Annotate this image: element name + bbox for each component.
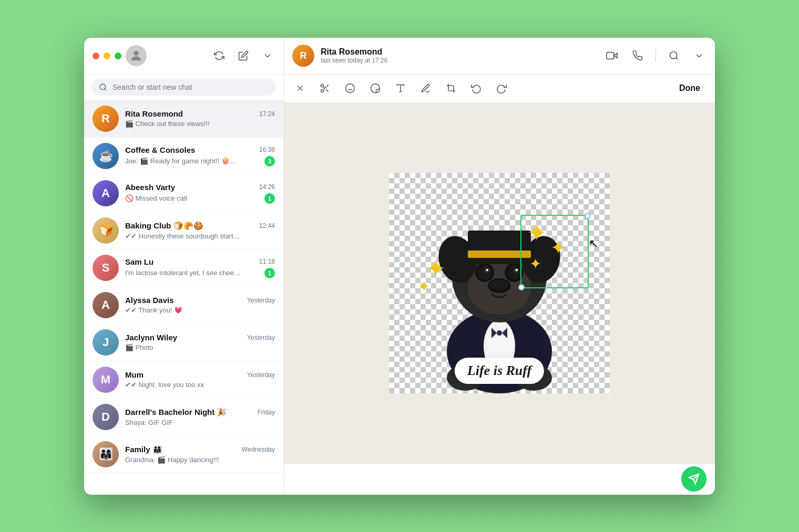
chat-item[interactable]: A Abeesh Varty 14:26 🚫 Missed voice call… xyxy=(84,175,283,212)
draw-tool-button[interactable] xyxy=(417,80,434,97)
close-traffic-light[interactable] xyxy=(93,53,99,59)
chat-name: Mum xyxy=(125,370,144,379)
done-button[interactable]: Done xyxy=(673,80,706,96)
chat-top: Mum Yesterday xyxy=(125,370,275,379)
chat-name: Baking Club 🍞🥐🍪 xyxy=(125,221,203,231)
chat-preview-text: ✔✔ Thank you! 💗 xyxy=(125,306,182,314)
chat-preview-text: ✔✔ Honestly these sourdough starters are… xyxy=(125,232,241,240)
svg-line-12 xyxy=(326,89,329,92)
chat-header-info: Rita Rosemond last seen today at 17:26 xyxy=(321,47,598,64)
chat-input-area xyxy=(284,463,715,495)
unread-badge: 1 xyxy=(264,193,275,204)
chat-time: Yesterday xyxy=(247,334,275,341)
cursor: ↖ xyxy=(589,237,598,251)
send-button[interactable] xyxy=(681,466,706,492)
emoji-tool-button[interactable] xyxy=(342,80,358,97)
sticker-text-banner: Life is Ruff xyxy=(455,358,544,384)
search-input[interactable] xyxy=(112,83,269,91)
refresh-icon xyxy=(214,50,224,61)
new-chat-button[interactable] xyxy=(236,48,251,63)
avatar: 👨‍👩‍👧 xyxy=(93,441,119,467)
svg-point-32 xyxy=(486,269,488,271)
maximize-traffic-light[interactable] xyxy=(115,53,121,59)
chat-item[interactable]: R Rita Rosemond 17:24 🎬 Check out these … xyxy=(84,100,283,138)
more-options-button[interactable] xyxy=(692,48,706,63)
text-tool-button[interactable] xyxy=(392,80,409,97)
sidebar-header-icons xyxy=(212,48,275,63)
minimize-traffic-light[interactable] xyxy=(104,53,110,59)
chat-name: Jaclynn Wiley xyxy=(125,333,177,342)
phone-icon xyxy=(632,50,643,61)
sparkle-right-1: ✦ xyxy=(527,218,547,247)
chat-top: Rita Rosemond 17:24 xyxy=(125,109,275,118)
editor-canvas-area: ✦ ✦ ✦ ✦ ✦ ↖ Life is Ruff xyxy=(284,103,715,463)
svg-marker-3 xyxy=(614,53,617,58)
svg-line-2 xyxy=(105,89,106,90)
chat-item[interactable]: 👨‍👩‍👧 Family 👨‍👩‍👧 Wednesday Grandma: 🎬 … xyxy=(84,436,283,473)
chat-time: Yesterday xyxy=(247,371,275,379)
svg-point-33 xyxy=(516,269,518,271)
chat-header: R Rita Rosemond last seen today at 17:26 xyxy=(284,38,715,75)
chat-preview: 🎬 Photo xyxy=(125,343,275,351)
selection-handle-bottom[interactable] xyxy=(518,284,525,290)
chat-item[interactable]: 🍞 Baking Club 🍞🥐🍪 12:44 ✔✔ Honestly thes… xyxy=(84,212,283,249)
chat-item[interactable]: J Jaclynn Wiley Yesterday 🎬 Photo xyxy=(84,324,283,361)
close-editor-button[interactable] xyxy=(292,80,308,96)
editor-toolbar-right: Done xyxy=(673,80,706,96)
chat-item[interactable]: A Alyssa Davis Yesterday ✔✔ Thank you! 💗 xyxy=(84,287,283,324)
redo-button[interactable] xyxy=(493,80,510,97)
undo-icon xyxy=(471,83,482,93)
chat-name: Alyssa Davis xyxy=(125,296,174,305)
chat-time: 16:38 xyxy=(259,146,275,153)
avatar: R xyxy=(93,106,119,132)
chat-top: Jaclynn Wiley Yesterday xyxy=(125,333,275,342)
sidebar-header-left xyxy=(93,45,147,66)
main-chat: R Rita Rosemond last seen today at 17:26 xyxy=(284,38,715,495)
chat-name: Coffee & Consoles xyxy=(125,145,195,154)
crop-tool-button[interactable] xyxy=(316,80,333,97)
chat-name: Family 👨‍👩‍👧 xyxy=(125,445,162,454)
sticker-icon xyxy=(370,83,381,93)
pen-icon xyxy=(421,83,431,93)
svg-point-28 xyxy=(477,265,492,280)
chat-info: Rita Rosemond 17:24 🎬 Check out these vi… xyxy=(125,109,275,128)
chat-header-name: Rita Rosemond xyxy=(321,47,598,57)
svg-point-5 xyxy=(670,52,677,59)
svg-point-29 xyxy=(507,265,521,280)
editor-toolbar: Done xyxy=(284,75,715,103)
chat-preview-text: Shaya: GIF GIF xyxy=(125,419,173,426)
chat-top: Coffee & Consoles 16:38 xyxy=(125,145,275,154)
video-call-button[interactable] xyxy=(604,48,620,64)
avatar: S xyxy=(93,255,119,281)
svg-point-35 xyxy=(490,279,509,290)
search-chat-button[interactable] xyxy=(667,48,681,63)
chat-name: Rita Rosemond xyxy=(125,109,183,118)
chat-info: Family 👨‍👩‍👧 Wednesday Grandma: 🎬 Happy … xyxy=(125,445,275,464)
chat-item[interactable]: D Darrell's Bachelor Night 🎉 Friday Shay… xyxy=(84,399,283,436)
selection-handle-top[interactable] xyxy=(585,213,591,219)
avatar: D xyxy=(93,404,119,430)
my-avatar[interactable] xyxy=(126,45,147,66)
chat-preview-text: 🎬 Photo xyxy=(125,343,153,351)
chat-info: Baking Club 🍞🥐🍪 12:44 ✔✔ Honestly these … xyxy=(125,221,275,240)
chat-preview: Joe: 🎬 Ready for game night!! 🍿👕🎮 3 xyxy=(125,156,275,166)
avatar: A xyxy=(93,180,119,206)
phone-call-button[interactable] xyxy=(630,48,645,63)
chat-time: Wednesday xyxy=(242,446,275,453)
search-input-wrapper xyxy=(91,79,276,96)
frame-tool-button[interactable] xyxy=(443,80,459,97)
chat-preview: 🎬 Check out these views!!! xyxy=(125,120,275,128)
svg-point-23 xyxy=(497,330,502,336)
refresh-button[interactable] xyxy=(212,48,227,63)
chat-preview: I'm lactose intolerant yet, I see cheese… xyxy=(125,268,275,278)
chat-preview-text: 🎬 Check out these views!!! xyxy=(125,120,210,128)
filter-button[interactable] xyxy=(260,48,275,63)
chat-item[interactable]: S Sam Lu 11:18 I'm lactose intolerant ye… xyxy=(84,249,283,287)
chat-item[interactable]: M Mum Yesterday ✔✔ Night, love you too x… xyxy=(84,361,283,399)
close-icon xyxy=(295,84,305,93)
chat-item[interactable]: ☕ Coffee & Consoles 16:38 Joe: 🎬 Ready f… xyxy=(84,138,283,175)
sparkle-selection-box[interactable]: ✦ ✦ ✦ ↖ xyxy=(520,215,589,288)
sticker-tool-button[interactable] xyxy=(367,80,384,97)
svg-point-1 xyxy=(100,84,106,90)
undo-button[interactable] xyxy=(468,80,485,97)
